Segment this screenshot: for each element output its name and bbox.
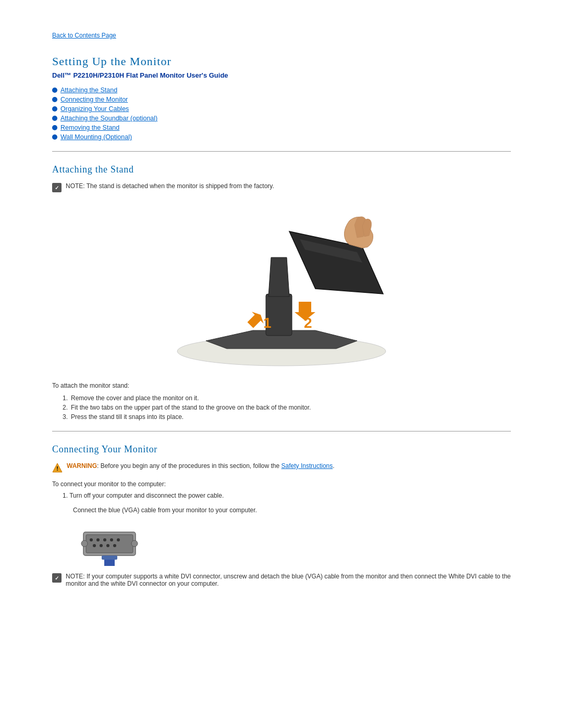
svg-rect-21 [102,556,117,560]
safety-instructions-link[interactable]: Safety Instructions [282,462,333,470]
svg-rect-22 [104,560,115,566]
stand-step-2: Fit the two tabs on the upper part of th… [63,404,511,411]
page-title: Setting Up the Monitor [52,55,511,68]
nav-link-attaching-soundbar[interactable]: Attaching the Soundbar (optional) [60,115,157,122]
svg-point-12 [103,538,106,541]
bullet-icon [52,116,57,121]
svg-point-15 [93,544,96,547]
warning-box: ! WARNING: Before you begin any of the p… [52,462,511,473]
vga-image-area [73,519,511,567]
nav-list: Attaching the Stand Connecting the Monit… [52,87,511,141]
nav-link-organizing-cables[interactable]: Organizing Your Cables [60,105,129,113]
bullet-icon [52,88,57,93]
warning-label: WARNING [67,462,97,470]
svg-rect-9 [86,535,133,553]
svg-point-10 [90,538,93,541]
svg-text:2: 2 [304,315,312,331]
warning-text-content: : Before you begin any of the procedures… [97,462,282,470]
nav-item-organizing-cables: Organizing Your Cables [52,105,511,113]
svg-point-20 [131,540,138,547]
nav-link-connecting-monitor[interactable]: Connecting the Monitor [60,96,128,103]
bullet-icon [52,97,57,102]
note-icon-1: ✓ [52,183,62,192]
attaching-stand-title: Attaching the Stand [52,164,511,175]
note-text-1: NOTE: The stand is detached when the mon… [66,182,274,190]
connect-vga-label: Connect the blue (VGA) cable from your m… [73,507,511,514]
nav-item-attaching-soundbar: Attaching the Soundbar (optional) [52,115,511,122]
back-to-contents-link[interactable]: Back to Contents Page [52,32,116,39]
svg-point-19 [81,540,88,547]
stand-steps-list: Remove the cover and place the monitor o… [63,394,511,421]
subtitle: Dell™ P2210H/P2310H Flat Panel Monitor U… [52,71,511,79]
svg-point-11 [96,538,100,541]
note-text-2: NOTE: If your computer supports a white … [66,573,511,587]
warning-icon: ! [52,463,63,473]
nav-item-attaching-stand: Attaching the Stand [52,87,511,94]
svg-text:!: ! [56,465,58,472]
note-box-1: ✓ NOTE: The stand is detached when the m… [52,182,511,192]
nav-item-removing-stand: Removing the Stand [52,124,511,131]
bullet-icon [52,106,57,112]
note-icon-2: ✓ [52,573,62,583]
connecting-monitor-title: Connecting Your Monitor [52,444,511,455]
stand-image-area: 1 2 [52,203,511,369]
stand-instruction-label: To attach the monitor stand: [52,382,511,389]
svg-point-14 [117,538,120,541]
page-container: Back to Contents Page Setting Up the Mon… [0,0,563,628]
divider-2 [52,431,511,431]
note-box-2: ✓ NOTE: If your computer supports a whit… [52,573,511,587]
nav-item-wall-mounting: Wall Mounting (Optional) [52,133,511,141]
stand-diagram-svg: 1 2 [164,205,399,367]
bullet-icon [52,125,57,130]
nav-link-removing-stand[interactable]: Removing the Stand [60,124,119,131]
nav-item-connecting-monitor: Connecting the Monitor [52,96,511,103]
svg-point-18 [113,544,116,547]
connect-step1: 1. Turn off your computer and disconnect… [63,492,511,499]
warning-text: WARNING: Before you begin any of the pro… [67,462,335,470]
svg-point-13 [110,538,113,541]
warning-period: . [333,462,334,470]
bullet-icon [52,134,57,140]
svg-text:1: 1 [263,315,272,331]
nav-link-wall-mounting[interactable]: Wall Mounting (Optional) [60,133,132,141]
stand-step-3: Press the stand till it snaps into its p… [63,413,511,421]
svg-point-16 [100,544,103,547]
divider-1 [52,151,511,152]
svg-point-17 [106,544,109,547]
nav-link-attaching-stand[interactable]: Attaching the Stand [60,87,117,94]
connect-label: To connect your monitor to the computer: [52,480,511,488]
vga-connector-svg [73,519,156,566]
stand-step-1: Remove the cover and place the monitor o… [63,394,511,402]
